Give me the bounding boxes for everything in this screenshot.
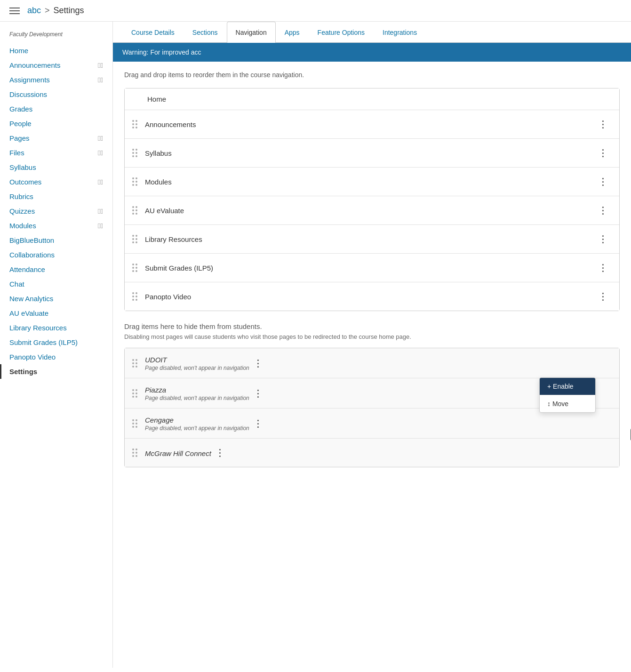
sidebar-item-files[interactable]: Files👁̸ bbox=[0, 145, 112, 160]
sidebar-item-people[interactable]: People bbox=[0, 116, 112, 131]
drag-handle-syllabus[interactable] bbox=[132, 149, 137, 157]
drag-handle-panopto-video[interactable] bbox=[132, 292, 137, 301]
hidden-item-menu-cengage[interactable]: ⋮ bbox=[249, 416, 267, 431]
main-layout: Faculty Development HomeAnnouncements👁̸A… bbox=[0, 22, 631, 668]
hidden-section-description: Disabling most pages will cause students… bbox=[124, 333, 620, 340]
sidebar-item-collaborations[interactable]: Collaborations bbox=[0, 248, 112, 262]
main-content: Course DetailsSectionsNavigationAppsFeat… bbox=[113, 22, 631, 668]
sidebar-item-panopto-video[interactable]: Panopto Video bbox=[0, 350, 112, 364]
sidebar-item-new-analytics[interactable]: New Analytics bbox=[0, 291, 112, 306]
header: abc > Settings bbox=[0, 0, 631, 22]
hamburger-menu[interactable] bbox=[9, 8, 20, 14]
drag-handle-library-resources[interactable] bbox=[132, 235, 137, 243]
nav-item-label-panopto-video: Panopto Video bbox=[145, 293, 594, 301]
drag-handle-hidden-piazza[interactable] bbox=[132, 389, 137, 398]
sidebar-item-label-home: Home bbox=[9, 47, 28, 55]
sidebar-item-announcements[interactable]: Announcements👁̸ bbox=[0, 58, 112, 72]
sidebar-item-assignments[interactable]: Assignments👁̸ bbox=[0, 72, 112, 87]
sidebar-item-label-outcomes: Outcomes bbox=[9, 178, 41, 186]
tab-sections[interactable]: Sections bbox=[184, 22, 227, 43]
eye-slash-icon: 👁̸ bbox=[98, 207, 103, 215]
hidden-item-menu-mcgraw-hill[interactable]: ⋮ bbox=[211, 445, 229, 460]
sidebar-item-discussions[interactable]: Discussions bbox=[0, 87, 112, 102]
sidebar-item-bigbluebutton[interactable]: BigBlueButton bbox=[0, 233, 112, 248]
nav-item-syllabus: Syllabus⋮ bbox=[125, 139, 619, 168]
nav-item-submit-grades: Submit Grades (ILP5)⋮ bbox=[125, 254, 619, 282]
sidebar-course-label: Faculty Development bbox=[0, 29, 112, 43]
sidebar-item-label-attendance: Attendance bbox=[9, 265, 45, 273]
nav-item-menu-modules[interactable]: ⋮ bbox=[594, 174, 612, 189]
hidden-item-label-udoit: UDOIT bbox=[145, 356, 249, 364]
context-menu-enable-piazza[interactable]: + Enable bbox=[540, 378, 595, 395]
sidebar-item-outcomes[interactable]: Outcomes👁̸ bbox=[0, 175, 112, 189]
hidden-item-label-cengage: Cengage bbox=[145, 416, 249, 424]
tab-integrations[interactable]: Integrations bbox=[374, 22, 426, 43]
sidebar-item-library-resources[interactable]: Library Resources bbox=[0, 320, 112, 335]
hidden-item-piazza: PiazzaPage disabled, won't appear in nav… bbox=[125, 378, 619, 408]
nav-item-menu-au-evaluate[interactable]: ⋮ bbox=[594, 203, 612, 218]
drag-handle-modules[interactable] bbox=[132, 177, 137, 186]
sidebar-item-label-syllabus: Syllabus bbox=[9, 163, 36, 171]
drag-handle-au-evaluate[interactable] bbox=[132, 206, 137, 215]
breadcrumb-current-page: Settings bbox=[54, 6, 84, 16]
nav-item-menu-syllabus[interactable]: ⋮ bbox=[594, 145, 612, 160]
sidebar-item-eye-announcements: 👁̸ bbox=[98, 61, 103, 69]
drag-handle-hidden-cengage[interactable] bbox=[132, 419, 137, 428]
sidebar-item-label-grades: Grades bbox=[9, 105, 32, 113]
sidebar-item-submit-grades[interactable]: Submit Grades (ILP5) bbox=[0, 335, 112, 350]
sidebar-item-au-evaluate[interactable]: AU eValuate bbox=[0, 306, 112, 320]
sidebar-item-settings[interactable]: Settings bbox=[0, 364, 112, 379]
nav-item-menu-announcements[interactable]: ⋮ bbox=[594, 117, 612, 132]
sidebar-item-label-settings: Settings bbox=[9, 368, 37, 376]
nav-item-menu-submit-grades[interactable]: ⋮ bbox=[594, 260, 612, 275]
hidden-item-menu-piazza[interactable]: ⋮ bbox=[249, 386, 267, 401]
nav-item-label-syllabus: Syllabus bbox=[145, 149, 594, 157]
sidebar-item-syllabus[interactable]: Syllabus bbox=[0, 160, 112, 175]
nav-item-label-submit-grades: Submit Grades (ILP5) bbox=[145, 264, 594, 272]
navigation-content: Drag and drop items to reorder them in t… bbox=[113, 62, 631, 488]
tab-navigation[interactable]: Navigation bbox=[227, 22, 276, 43]
nav-item-modules: Modules⋮ bbox=[125, 168, 619, 196]
sidebar-item-label-bigbluebutton: BigBlueButton bbox=[9, 236, 54, 244]
tab-apps[interactable]: Apps bbox=[276, 22, 309, 43]
breadcrumb-app-link[interactable]: abc bbox=[27, 6, 41, 16]
nav-item-label-au-evaluate: AU eValuate bbox=[145, 207, 594, 215]
sidebar-item-quizzes[interactable]: Quizzes👁̸ bbox=[0, 204, 112, 218]
drag-handle-hidden-mcgraw-hill[interactable] bbox=[132, 448, 137, 457]
drag-handle-hidden-udoit[interactable] bbox=[132, 359, 137, 368]
sidebar-item-label-submit-grades: Submit Grades (ILP5) bbox=[9, 338, 78, 346]
sidebar-item-chat[interactable]: Chat bbox=[0, 277, 112, 291]
context-menu-move-piazza[interactable]: ↕ Move bbox=[540, 395, 595, 412]
tab-feature-options[interactable]: Feature Options bbox=[309, 22, 374, 43]
nav-item-label-announcements: Announcements bbox=[145, 120, 594, 128]
sidebar-item-label-modules: Modules bbox=[9, 222, 36, 230]
hidden-item-disabled-label-piazza: Page disabled, won't appear in navigatio… bbox=[145, 395, 249, 401]
sidebar-item-eye-assignments: 👁̸ bbox=[98, 76, 103, 84]
tabs-bar: Course DetailsSectionsNavigationAppsFeat… bbox=[113, 22, 631, 43]
drag-handle-submit-grades[interactable] bbox=[132, 264, 137, 272]
breadcrumb-separator: > bbox=[45, 6, 50, 16]
drag-handle-announcements[interactable] bbox=[132, 120, 137, 128]
hidden-item-cengage: CengagePage disabled, won't appear in na… bbox=[125, 408, 619, 439]
sidebar-item-pages[interactable]: Pages👁̸ bbox=[0, 131, 112, 145]
sidebar-item-attendance[interactable]: Attendance bbox=[0, 262, 112, 277]
nav-item-menu-library-resources[interactable]: ⋮ bbox=[594, 232, 612, 247]
hidden-nav-list: UDOITPage disabled, won't appear in navi… bbox=[124, 348, 620, 467]
hidden-item-udoit: UDOITPage disabled, won't appear in navi… bbox=[125, 348, 619, 378]
sidebar-item-grades[interactable]: Grades bbox=[0, 102, 112, 116]
context-menu-piazza: + Enable↕ Move bbox=[539, 377, 596, 413]
sidebar-item-modules[interactable]: Modules👁̸ bbox=[0, 218, 112, 233]
nav-item-menu-panopto-video[interactable]: ⋮ bbox=[594, 289, 612, 304]
hidden-item-menu-udoit[interactable]: ⋮ bbox=[249, 356, 267, 371]
sidebar-item-home[interactable]: Home bbox=[0, 43, 112, 58]
nav-item-label-home: Home bbox=[147, 95, 612, 103]
hidden-item-name-wrap-cengage: CengagePage disabled, won't appear in na… bbox=[145, 416, 249, 432]
sidebar-item-label-pages: Pages bbox=[9, 134, 30, 142]
sidebar-item-eye-modules: 👁̸ bbox=[98, 222, 103, 230]
nav-item-label-library-resources: Library Resources bbox=[145, 235, 594, 243]
hidden-item-name-wrap-piazza: PiazzaPage disabled, won't appear in nav… bbox=[145, 386, 249, 401]
tab-course-details[interactable]: Course Details bbox=[122, 22, 184, 43]
sidebar-item-rubrics[interactable]: Rubrics bbox=[0, 189, 112, 204]
warning-banner: Warning: For improved acc bbox=[113, 43, 631, 62]
sidebar-item-label-panopto-video: Panopto Video bbox=[9, 353, 56, 361]
